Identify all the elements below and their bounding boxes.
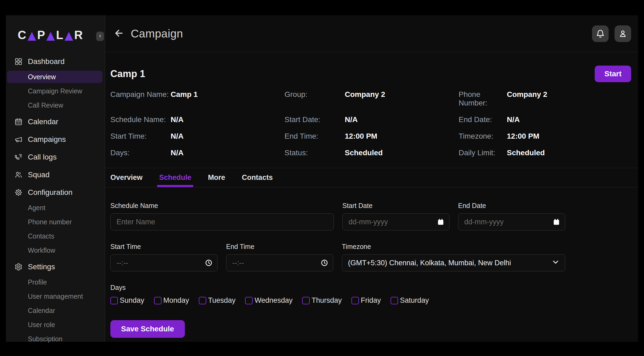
start-campaign-button[interactable]: Start: [595, 66, 631, 82]
capalar-logo: CPLR: [18, 29, 105, 41]
sidebar-subitem-subsciption[interactable]: Subsciption: [6, 332, 105, 346]
timezone-select[interactable]: (GMT+5:30) Chennai, Kolkata, Mumbai, New…: [342, 254, 565, 271]
chevron-down-icon: [552, 258, 560, 266]
info-label: Start Time:: [110, 132, 171, 141]
end-date-input[interactable]: [458, 213, 565, 230]
info-label: End Time:: [284, 132, 345, 141]
sidebar-item-call-logs[interactable]: Call logs: [6, 149, 105, 165]
start-time-field: Start Time: [110, 243, 218, 271]
tab-schedule[interactable]: Schedule: [159, 168, 191, 187]
sidebar-nav: DashboardOverviewCampaign ReviewCall Rev…: [6, 53, 105, 346]
sidebar-subitem-call-review[interactable]: Call Review: [6, 98, 105, 112]
info-value: N/A: [171, 132, 184, 141]
day-checkbox-monday[interactable]: [154, 297, 162, 304]
calendar-icon: [14, 118, 23, 126]
info-end-time: End Time:12:00 PM: [284, 132, 459, 141]
days-checkbox-row: SundayMondayTuesdayWednesdayThursdayFrid…: [110, 296, 633, 305]
day-checkbox-wednesday[interactable]: [245, 297, 253, 304]
sidebar-subitem-profile[interactable]: Profile: [6, 275, 105, 289]
day-option-label: Sunday: [120, 296, 144, 305]
grid-icon: [14, 58, 23, 66]
day-checkbox-thursday[interactable]: [302, 297, 310, 304]
logo-letter: L: [56, 29, 63, 41]
sidebar-item-configuration[interactable]: Configuration: [6, 184, 105, 201]
sidebar-subitem-agent[interactable]: Agent: [6, 201, 105, 215]
content: Camp 1 Start Campaign Name:Camp 1Group:C…: [105, 52, 638, 342]
calendar-icon-button[interactable]: [437, 218, 445, 226]
sidebar: CPLR DashboardOverviewCampaign ReviewCal…: [6, 15, 105, 342]
sidebar-item-settings[interactable]: Settings: [6, 259, 105, 275]
back-button[interactable]: [113, 28, 125, 40]
sidebar-subitem-contacts[interactable]: Contacts: [6, 229, 105, 243]
day-checkbox-saturday[interactable]: [391, 297, 398, 304]
chevron-left-icon-slot: [98, 34, 102, 39]
sidebar-subitem-label: Contacts: [28, 232, 54, 240]
info-end-date: End Date:N/A: [459, 115, 633, 124]
sidebar-subitem-label: User role: [28, 321, 55, 329]
sidebar-collapse-button[interactable]: [96, 32, 104, 41]
end-time-field: End Time: [226, 243, 333, 271]
tab-overview[interactable]: Overview: [110, 168, 143, 187]
sidebar-subitem-label: User management: [28, 293, 83, 300]
clock-icon-button[interactable]: [320, 259, 328, 267]
sidebar-item-label: Campaigns: [28, 135, 66, 144]
start-date-input[interactable]: [342, 213, 450, 230]
end-date-label: End Date: [458, 202, 565, 210]
sidebar-subitem-label: Subsciption: [28, 335, 62, 343]
info-value: N/A: [171, 149, 184, 157]
sidebar-subitem-overview[interactable]: Overview: [7, 71, 102, 83]
tab-contacts[interactable]: Contacts: [242, 168, 273, 187]
clock-icon: [320, 259, 328, 267]
tab-label: Schedule: [159, 173, 191, 182]
sidebar-item-label: Configuration: [28, 188, 73, 197]
sidebar-item-label: Dashboard: [28, 57, 65, 66]
megaphone-icon: [14, 135, 23, 143]
clock-icon-button[interactable]: [205, 259, 213, 267]
start-time-label: Start Time: [110, 243, 218, 251]
end-time-input[interactable]: [226, 254, 333, 271]
notifications-button[interactable]: [592, 25, 609, 42]
form-row-1: Schedule Name Start Date End Date: [110, 202, 633, 230]
sidebar-item-squad[interactable]: Squad: [6, 166, 105, 183]
arrow-left-icon: [114, 28, 124, 39]
day-checkbox-friday[interactable]: [351, 297, 359, 304]
days-label: Days: [110, 284, 633, 291]
logo-row: CPLR: [6, 15, 105, 42]
schedule-name-input[interactable]: [110, 213, 334, 230]
sidebar-subitem-label: Workflow: [28, 247, 55, 254]
start-time-input[interactable]: [110, 254, 218, 271]
profile-button[interactable]: [615, 25, 631, 42]
sidebar-subitem-campaign-review[interactable]: Campaign Review: [6, 84, 105, 98]
sidebar-subitem-user-management[interactable]: User management: [6, 289, 105, 304]
clock-icon: [205, 259, 213, 267]
day-option-sunday: Sunday: [110, 296, 144, 305]
save-schedule-button[interactable]: Save Schedule: [110, 320, 185, 338]
cog-icon: [14, 188, 23, 196]
tab-label: Contacts: [242, 173, 273, 182]
phone-list-icon: [14, 153, 23, 161]
sidebar-item-calendar[interactable]: Calendar: [6, 113, 105, 130]
timezone-field: Timezone (GMT+5:30) Chennai, Kolkata, Mu…: [342, 243, 565, 271]
end-time-label: End Time: [226, 243, 333, 251]
arrow-left-icon-slot: [114, 35, 124, 39]
sidebar-item-label: Calendar: [28, 118, 58, 126]
day-option-label: Tuesday: [208, 296, 236, 305]
logo-letter-a-triangle: [65, 32, 73, 41]
timezone-selected-value: (GMT+5:30) Chennai, Kolkata, Mumbai, New…: [348, 259, 511, 267]
sidebar-item-campaigns[interactable]: Campaigns: [6, 131, 105, 148]
tab-more[interactable]: More: [208, 168, 225, 187]
day-checkbox-tuesday[interactable]: [199, 297, 206, 304]
chevron-left-icon: [98, 34, 102, 38]
sidebar-subitem-calendar[interactable]: Calendar: [6, 304, 105, 318]
campaign-title: Camp 1: [110, 68, 145, 79]
info-campaign-name: Campaign Name:Camp 1: [110, 90, 284, 107]
info-label: Group:: [284, 90, 345, 99]
sidebar-item-dashboard[interactable]: Dashboard: [6, 53, 105, 70]
sidebar-subitem-user-role[interactable]: User role: [6, 318, 105, 332]
sidebar-subitem-label: Agent: [28, 204, 45, 212]
sidebar-subitem-workflow[interactable]: Workflow: [6, 243, 105, 257]
calendar-icon-button[interactable]: [552, 218, 560, 226]
sidebar-subitem-phone-number[interactable]: Phone number: [6, 215, 105, 229]
day-checkbox-sunday[interactable]: [110, 297, 118, 304]
sidebar-subitem-label: Overview: [28, 73, 56, 81]
